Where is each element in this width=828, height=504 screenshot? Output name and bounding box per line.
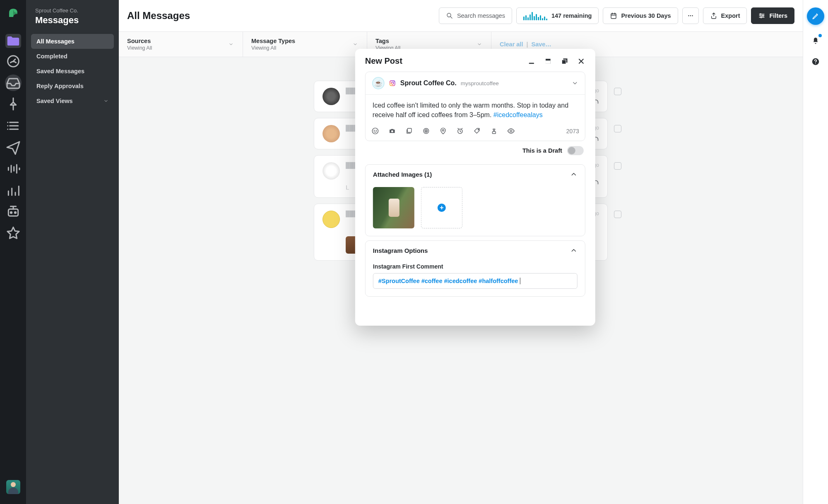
chevron-down-icon xyxy=(352,42,359,47)
author-avatar xyxy=(323,88,340,105)
rail-list[interactable] xyxy=(5,118,22,134)
rail-send[interactable] xyxy=(5,139,22,156)
attached-image-thumb[interactable] xyxy=(373,187,414,228)
carousel-icon[interactable] xyxy=(405,127,413,135)
save-filter-link[interactable]: Save… xyxy=(531,41,551,48)
minimize-button[interactable] xyxy=(527,57,536,65)
modal-title: New Post xyxy=(365,56,402,66)
chevron-down-icon xyxy=(572,80,578,86)
card-checkbox[interactable] xyxy=(614,88,621,95)
sidebar-item-all-messages[interactable]: All Messages xyxy=(31,34,114,49)
org-name: Sprout Coffee Co. xyxy=(35,7,110,14)
svg-point-8 xyxy=(692,15,693,16)
svg-point-10 xyxy=(763,15,764,17)
notifications-button[interactable] xyxy=(811,36,820,46)
approval-icon[interactable] xyxy=(490,127,498,135)
rail-inbox[interactable] xyxy=(5,74,22,91)
filter-message-types[interactable]: Message TypesViewing All xyxy=(243,32,367,57)
help-button[interactable] xyxy=(811,57,820,68)
sidebar-item-saved-messages[interactable]: Saved Messages xyxy=(31,64,114,79)
emoji-icon[interactable] xyxy=(371,127,379,135)
sidebar: Sprout Coffee Co. Messages All Messages … xyxy=(26,0,119,504)
filters-button[interactable]: Filters xyxy=(751,7,794,24)
draft-toggle[interactable] xyxy=(567,146,584,155)
sidebar-item-reply-approvals[interactable]: Reply Approvals xyxy=(31,79,114,94)
compose-fab[interactable] xyxy=(807,7,824,25)
target-icon[interactable] xyxy=(422,127,430,135)
chevron-down-icon xyxy=(228,42,234,47)
attached-images-header[interactable]: Attached Images (1) xyxy=(366,165,585,184)
svg-point-9 xyxy=(760,14,761,15)
svg-point-26 xyxy=(426,131,427,132)
filter-sources[interactable]: SourcesViewing All xyxy=(119,32,243,57)
account-name: Sprout Coffee Co. xyxy=(400,79,457,87)
card-checkbox[interactable] xyxy=(614,162,621,170)
compose-account-box: ☕ Sprout Coffee Co. mysproutcoffee Iced … xyxy=(365,72,585,141)
location-icon[interactable] xyxy=(439,127,447,135)
camera-icon[interactable] xyxy=(388,127,396,135)
instagram-options-header[interactable]: Instagram Options xyxy=(366,241,585,260)
author-avatar xyxy=(323,211,340,228)
svg-point-2 xyxy=(10,212,12,213)
card-checkbox[interactable] xyxy=(614,125,621,132)
svg-rect-5 xyxy=(611,14,616,19)
chevron-down-icon xyxy=(476,42,483,47)
chevron-up-icon xyxy=(570,247,578,254)
sliders-icon xyxy=(758,12,765,19)
compose-textarea[interactable]: Iced coffee isn't limited to only the wa… xyxy=(366,95,585,124)
compose-modal: New Post ☕ Sprout Coffee Co. mysproutcof… xyxy=(355,49,595,326)
account-avatar: ☕ xyxy=(372,77,385,89)
rail-star[interactable] xyxy=(5,225,22,242)
svg-point-6 xyxy=(688,15,689,16)
search-input[interactable]: Search messages xyxy=(439,7,512,24)
svg-point-20 xyxy=(374,130,374,131)
user-avatar[interactable] xyxy=(6,480,20,494)
svg-point-21 xyxy=(376,130,376,131)
ig-first-comment-input[interactable]: #SproutCoffee #coffee #icedcoffee #halfo… xyxy=(373,273,578,289)
svg-rect-23 xyxy=(407,129,412,133)
sidebar-item-saved-views[interactable]: Saved Views xyxy=(31,94,114,108)
account-selector[interactable]: ☕ Sprout Coffee Co. mysproutcoffee xyxy=(366,72,585,95)
svg-rect-13 xyxy=(546,60,551,64)
more-button[interactable] xyxy=(682,7,699,24)
chevron-down-icon xyxy=(104,98,108,103)
svg-point-33 xyxy=(815,63,816,64)
rail-folder[interactable] xyxy=(5,34,21,48)
sidebar-item-completed[interactable]: Completed xyxy=(31,49,114,64)
card-checkbox[interactable] xyxy=(614,211,621,218)
rail-bot[interactable] xyxy=(5,204,22,220)
author-avatar xyxy=(323,125,340,142)
instagram-options-section: Instagram Options Instagram First Commen… xyxy=(365,240,585,297)
add-image-button[interactable]: + xyxy=(421,187,462,228)
main: All Messages Search messages 147 remaini… xyxy=(119,0,803,504)
sprout-logo xyxy=(7,7,19,19)
restore-button[interactable] xyxy=(544,57,552,65)
app-rail xyxy=(0,0,26,504)
sparkline xyxy=(523,11,547,20)
dots-icon xyxy=(687,12,694,19)
usage-remaining[interactable]: 147 remaining xyxy=(516,7,599,24)
export-icon xyxy=(710,12,717,19)
rail-analytics[interactable] xyxy=(5,182,22,199)
export-button[interactable]: Export xyxy=(703,7,747,24)
visibility-icon[interactable] xyxy=(507,127,515,135)
svg-point-18 xyxy=(393,82,394,82)
rail-pin[interactable] xyxy=(5,96,22,113)
close-button[interactable] xyxy=(577,57,585,65)
svg-point-29 xyxy=(478,130,479,130)
calendar-icon xyxy=(610,12,617,19)
svg-point-27 xyxy=(442,130,444,131)
svg-point-17 xyxy=(391,82,394,84)
chevron-up-icon xyxy=(570,170,578,178)
clear-all-link[interactable]: Clear all xyxy=(500,41,523,48)
account-handle: mysproutcoffee xyxy=(461,80,499,86)
instagram-badge-icon xyxy=(389,79,396,87)
page-title: All Messages xyxy=(127,10,190,22)
daterange-button[interactable]: Previous 30 Days xyxy=(603,7,678,24)
maximize-button[interactable] xyxy=(561,57,569,65)
rail-dashboard[interactable] xyxy=(5,53,22,70)
plus-icon: + xyxy=(438,204,446,212)
rail-audio[interactable] xyxy=(5,161,22,177)
tag-icon[interactable] xyxy=(473,127,481,135)
alarm-icon[interactable] xyxy=(456,127,464,135)
